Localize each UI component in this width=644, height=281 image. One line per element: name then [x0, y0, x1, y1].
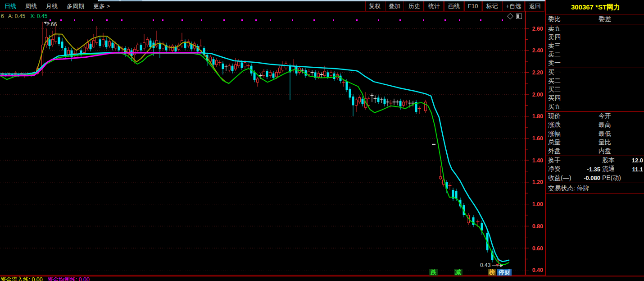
- fund-inflow-line-label: 资金流入线: 0.00: [0, 276, 43, 281]
- quote-panel: 300367 *ST网力 委比 委差 卖五 卖四 卖三 卖二 卖一 买一 买二 …: [545, 0, 644, 281]
- change-pct-label: 涨幅: [548, 130, 599, 138]
- button-history[interactable]: 历史: [405, 1, 424, 11]
- sell1-label: 卖一: [548, 59, 599, 67]
- price-label: 现价: [548, 112, 599, 120]
- shares-value: 12.0: [628, 157, 644, 164]
- menu-more[interactable]: 更多 >: [89, 1, 114, 11]
- high-label: 最高: [599, 121, 644, 129]
- svg-text:1.00: 1.00: [532, 201, 543, 207]
- chart-tag-停财[interactable]: 停财: [497, 269, 512, 276]
- sell5-label: 卖五: [548, 25, 599, 33]
- chart-tag-榜[interactable]: 榜: [488, 269, 496, 276]
- pe-label: PE(动): [602, 174, 628, 182]
- svg-text:2.60: 2.60: [532, 26, 543, 32]
- button-mark[interactable]: 标记: [482, 1, 501, 11]
- net-asset-label: 净资: [548, 165, 573, 173]
- menu-daily[interactable]: 日线: [0, 1, 21, 11]
- shares-label: 股本: [602, 157, 628, 165]
- buy2-label: 买二: [548, 77, 599, 85]
- button-overlay[interactable]: 叠加: [385, 1, 404, 11]
- svg-text:2.00: 2.00: [532, 92, 543, 98]
- buy3-label: 买三: [548, 86, 599, 94]
- buy5-label: 买五: [548, 103, 599, 111]
- button-add-watchlist[interactable]: +自选: [502, 1, 525, 11]
- menu-weekly[interactable]: 周线: [21, 1, 41, 11]
- buy1-label: 买一: [548, 69, 599, 77]
- low-label: 最低: [599, 130, 644, 138]
- svg-text:0.60: 0.60: [532, 245, 543, 252]
- sell4-label: 卖四: [548, 33, 599, 41]
- svg-text:2.66: 2.66: [46, 21, 57, 28]
- menu-monthly[interactable]: 月线: [41, 1, 62, 11]
- button-fuquan[interactable]: 复权: [365, 1, 384, 11]
- svg-text:0.80: 0.80: [532, 223, 543, 230]
- svg-text:1.40: 1.40: [532, 157, 543, 164]
- chart-tag-减[interactable]: 减: [454, 269, 463, 276]
- inner-label: 内盘: [599, 147, 644, 155]
- svg-text:2.20: 2.20: [532, 69, 543, 76]
- svg-text:0.43: 0.43: [480, 262, 491, 268]
- sell2-label: 卖二: [548, 51, 599, 59]
- eps-label: 收益(—): [548, 174, 573, 182]
- buy-queue: 买一 买二 买三 买四 买五: [546, 68, 644, 111]
- menu-right-group: 复权 叠加 历史 统计 画线 F10 标记 +自选 返回: [364, 1, 544, 11]
- bottom-status-bar: 资金流入线: 0.00 资金均衡线: 0.00: [0, 276, 644, 281]
- weicha-label: 委差: [599, 15, 644, 23]
- button-back[interactable]: 返回: [526, 1, 544, 11]
- trading-terminal: { "menu": { "left": ["日线", "周线", "月线", "…: [0, 0, 644, 281]
- svg-text:1.20: 1.20: [532, 179, 543, 185]
- volume-label: 总量: [548, 138, 599, 147]
- button-statistics[interactable]: 统计: [425, 1, 444, 11]
- outer-label: 外盘: [548, 147, 599, 155]
- panel-toggle-icon[interactable]: [516, 14, 522, 19]
- float-label: 流通: [602, 165, 628, 173]
- svg-text:2.40: 2.40: [532, 47, 543, 54]
- stock-title[interactable]: 300367 *ST网力: [546, 1, 644, 14]
- eps-value: -0.080: [573, 175, 602, 181]
- quote-summary: 现价今开 涨跌最高 涨幅最低 总量量比 外盘内盘: [546, 112, 644, 156]
- change-label: 涨跌: [548, 121, 599, 129]
- turnover-label: 换手: [548, 157, 573, 165]
- menu-bar: 日线 周线 月线 多周期 更多 > 复权 叠加 历史 统计 画线 F10 标记 …: [0, 1, 544, 12]
- price-chart[interactable]: 2.602.402.202.001.801.601.401.201.000.80…: [0, 11, 545, 276]
- vol-ratio-label: 量比: [599, 138, 644, 147]
- float-value: 11.1: [628, 166, 644, 173]
- menu-multi-period[interactable]: 多周期: [62, 1, 89, 11]
- financials: 换手 股本 12.0 净资 -1.35 流通 11.1 收益(—) -0.080…: [546, 156, 644, 183]
- button-draw-line[interactable]: 画线: [444, 1, 463, 11]
- fund-balance-line-label: 资金均衡线: 0.00: [47, 276, 90, 281]
- net-asset-value: -1.35: [573, 166, 602, 173]
- button-f10[interactable]: F10: [464, 1, 481, 11]
- weibi-label: 委比: [548, 15, 599, 23]
- open-label: 今开: [599, 112, 644, 120]
- svg-text:0.40: 0.40: [532, 267, 543, 273]
- trade-status: 交易状态: 停牌: [546, 183, 644, 193]
- buy4-label: 买四: [548, 94, 599, 102]
- chart-tag-跌[interactable]: 跌: [429, 269, 438, 276]
- sell3-label: 卖三: [548, 42, 599, 50]
- sell-queue: 卖五 卖四 卖三 卖二 卖一: [546, 24, 644, 68]
- svg-text:1.80: 1.80: [532, 113, 543, 120]
- svg-text:1.60: 1.60: [532, 135, 543, 142]
